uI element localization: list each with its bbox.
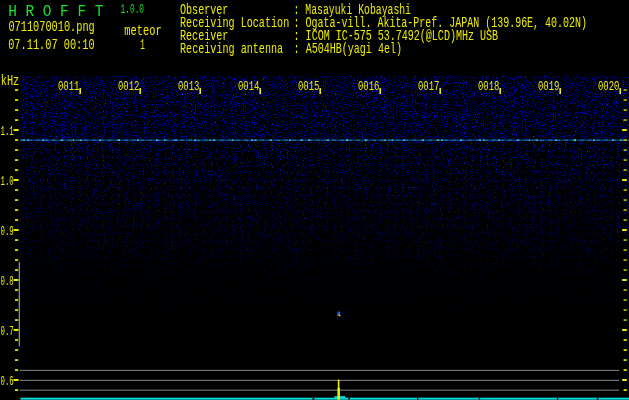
svg-text:0012: 0012: [118, 79, 140, 94]
svg-text:0013: 0013: [178, 79, 200, 94]
svg-text:0015: 0015: [298, 79, 320, 94]
svg-text:0017: 0017: [418, 79, 440, 94]
svg-text:0.8: 0.8: [1, 274, 14, 289]
svg-text:0.7: 0.7: [1, 324, 14, 339]
svg-text:0.9: 0.9: [1, 224, 14, 239]
svg-text:0.6: 0.6: [1, 374, 14, 389]
svg-text:kHz: kHz: [1, 73, 20, 89]
svg-text:1.1: 1.1: [1, 124, 14, 139]
svg-text:0020: 0020: [598, 79, 620, 94]
svg-text:0016: 0016: [358, 79, 380, 94]
svg-text:0711070010.png: 0711070010.png: [8, 19, 94, 35]
svg-text:1: 1: [140, 37, 145, 53]
svg-text:1.0: 1.0: [1, 174, 14, 189]
svg-text:07.11.07 00:10: 07.11.07 00:10: [8, 37, 94, 53]
svg-text:Receiving antenna: Receiving antenna: [180, 41, 283, 57]
svg-text:0019: 0019: [538, 79, 560, 94]
svg-text:0018: 0018: [478, 79, 500, 94]
svg-text:0011: 0011: [58, 79, 80, 94]
svg-text:0014: 0014: [238, 79, 260, 94]
svg-text:: A504HB(yagi 4el): : A504HB(yagi 4el): [294, 41, 402, 57]
svg-text:1.0.0: 1.0.0: [121, 2, 144, 17]
